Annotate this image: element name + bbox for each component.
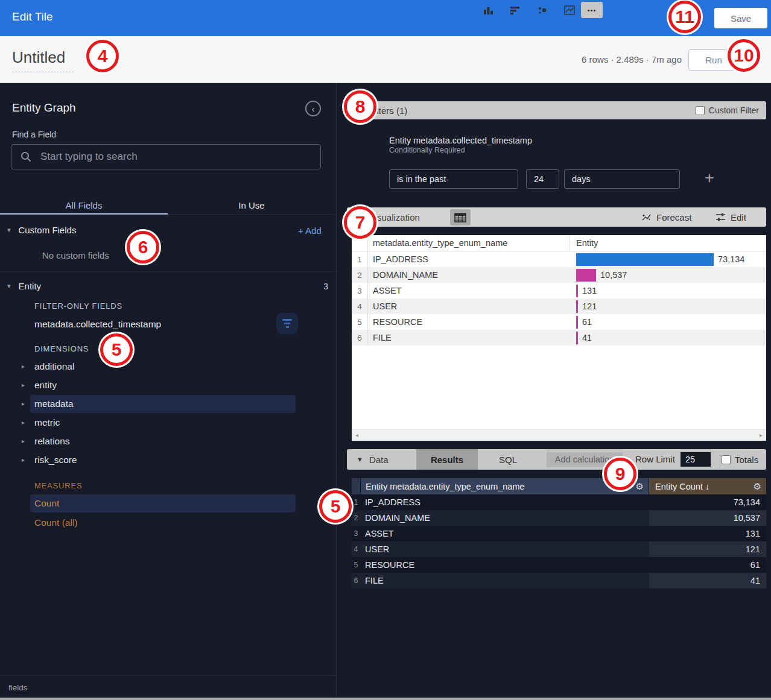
- value-bar: [576, 332, 578, 344]
- filter-only-fields-label: FILTER-ONLY FIELDS: [34, 301, 122, 311]
- visualization-bar-label: Visualization: [369, 212, 420, 222]
- row-limit-input[interactable]: [681, 452, 711, 467]
- chevron-right-icon: ▸: [22, 438, 25, 444]
- annotation-4: 4: [86, 40, 119, 72]
- dimension-group-additional[interactable]: ▸ additional: [0, 358, 336, 376]
- more-icon: •••: [588, 7, 597, 14]
- totals-checkbox[interactable]: [722, 455, 731, 464]
- annotation-6: 6: [127, 231, 159, 263]
- bottom-scrollbar-strip[interactable]: [0, 698, 771, 700]
- viz-type-more-button[interactable]: •••: [581, 2, 603, 18]
- tab-in-use[interactable]: In Use: [168, 195, 335, 215]
- tab-sql[interactable]: SQL: [490, 449, 526, 470]
- measure-count[interactable]: Count: [0, 494, 336, 512]
- value-bar: [576, 300, 578, 313]
- save-button[interactable]: Save: [714, 8, 767, 28]
- annotation-9: 9: [604, 458, 636, 490]
- viz-type-table-button[interactable]: [450, 209, 471, 225]
- table-row[interactable]: 2 DOMAIN_NAME 10,537: [352, 510, 766, 526]
- filter-condition-select[interactable]: is in the past: [389, 169, 518, 189]
- annotation-5a: 5: [100, 333, 133, 366]
- custom-filter-checkbox[interactable]: [696, 106, 705, 115]
- chevron-down-icon: ▾: [7, 282, 11, 290]
- dimensions-label: DIMENSIONS: [34, 344, 89, 353]
- horizontal-scrollbar[interactable]: ◂ ▸: [352, 429, 766, 441]
- dimension-group-metric[interactable]: ▸ metric: [0, 414, 336, 432]
- viz-col2-header[interactable]: Entity: [576, 238, 598, 248]
- filter-value-input[interactable]: 24: [526, 169, 559, 189]
- gear-icon[interactable]: ⚙: [754, 481, 761, 492]
- field-search[interactable]: [11, 144, 321, 169]
- results-col2-header[interactable]: Entity Count ↓ ⚙: [649, 478, 766, 494]
- table-chart-icon: [454, 213, 466, 222]
- annotation-5b: 5: [319, 490, 352, 523]
- entity-section-header[interactable]: ▾ Entity: [7, 281, 41, 291]
- edit-viz-button[interactable]: Edit: [715, 207, 746, 227]
- results-rownum-header: [352, 478, 360, 494]
- tab-results[interactable]: Results: [416, 449, 478, 470]
- table-row[interactable]: 4 USER 121: [352, 541, 766, 557]
- filters-bar[interactable]: ▼ Filters (1) Custom Filter: [347, 101, 766, 119]
- table-row[interactable]: 6 FILE 41: [352, 573, 766, 588]
- chevron-right-icon: ▸: [22, 400, 25, 407]
- page-title: Edit Tile: [12, 10, 53, 24]
- viz-row[interactable]: 4 USER 121: [352, 298, 766, 314]
- forecast-button[interactable]: Forecast: [641, 207, 691, 227]
- dimension-group-risk-score[interactable]: ▸ risk_score: [0, 451, 336, 470]
- chevron-right-icon: ▸: [22, 419, 25, 426]
- viz-col1-header[interactable]: metadata.entity_type_enum_name: [373, 238, 507, 248]
- visualization-bar[interactable]: ▼ Visualization: [347, 207, 766, 227]
- entity-field-count: 3: [319, 282, 328, 291]
- value-bar: [576, 285, 578, 297]
- scroll-left-arrow-icon[interactable]: ◂: [355, 432, 358, 438]
- custom-filter-label: Custom Filter: [709, 106, 759, 115]
- sidebar-footer-text: fields: [8, 683, 28, 692]
- dimension-group-relations[interactable]: ▸ relations: [0, 432, 336, 451]
- filter-field-note: Conditionally Required: [389, 146, 465, 154]
- table-row[interactable]: 3 ASSET 131: [352, 526, 766, 541]
- table-row[interactable]: 1 IP_ADDRESS 73,134: [352, 494, 766, 510]
- tile-title-field[interactable]: Untitled: [12, 48, 74, 72]
- search-input[interactable]: [39, 150, 301, 163]
- custom-filter-toggle[interactable]: Custom Filter: [696, 106, 759, 115]
- scatter-chart-icon: [537, 5, 548, 15]
- viz-table-header: metadata.entity_type_enum_name Entity: [352, 235, 766, 251]
- viz-row[interactable]: 1 IP_ADDRESS 73,134: [352, 251, 766, 267]
- entity-section-label: Entity: [19, 281, 42, 291]
- add-custom-field-button[interactable]: + Add: [298, 225, 322, 236]
- filter-only-field[interactable]: metadata.collected_timestamp: [34, 319, 161, 330]
- dimension-group-metadata[interactable]: ▸ metadata: [0, 395, 336, 414]
- edit-viz-label: Edit: [731, 212, 746, 222]
- data-bar-label[interactable]: Data: [369, 455, 389, 465]
- measure-count-all[interactable]: Count (all): [34, 517, 78, 528]
- viz-row[interactable]: 3 ASSET 131: [352, 283, 766, 298]
- filter-unit-select[interactable]: days: [564, 169, 680, 189]
- filter-toggle-button[interactable]: [276, 313, 298, 334]
- column-chart-icon: [483, 5, 493, 15]
- filter-icon: [282, 319, 292, 328]
- custom-fields-header[interactable]: ▾ Custom Fields: [7, 225, 76, 235]
- totals-toggle[interactable]: Totals: [722, 449, 758, 470]
- viz-row[interactable]: 5 RESOURCE 61: [352, 314, 766, 330]
- query-status: 6 rows · 2.489s · 7m ago: [531, 54, 682, 65]
- collapse-sidebar-button[interactable]: ‹: [305, 101, 321, 116]
- chevron-down-icon: ▼: [357, 456, 363, 463]
- viz-type-scatter-button[interactable]: [532, 2, 553, 18]
- viz-row[interactable]: 2 DOMAIN_NAME 10,537: [352, 267, 766, 283]
- scroll-right-arrow-icon[interactable]: ▸: [760, 432, 763, 438]
- chevron-right-icon: ▸: [22, 382, 25, 388]
- forecast-label: Forecast: [656, 212, 691, 222]
- viz-row[interactable]: 6 FILE 41: [352, 330, 766, 345]
- dimension-group-entity[interactable]: ▸ entity: [0, 376, 336, 395]
- annotation-8: 8: [344, 90, 376, 123]
- viz-type-column-button[interactable]: [478, 2, 498, 18]
- viz-type-bar-button[interactable]: [505, 2, 525, 18]
- viz-type-line-button[interactable]: [559, 2, 580, 18]
- active-tab-underline: [0, 213, 168, 215]
- value-bar: [576, 269, 596, 282]
- gear-icon[interactable]: ⚙: [636, 481, 644, 492]
- table-row[interactable]: 5 RESOURCE 61: [352, 557, 766, 573]
- measures-label: MEASURES: [34, 481, 82, 490]
- tab-all-fields[interactable]: All Fields: [0, 195, 168, 215]
- add-filter-button[interactable]: +: [705, 169, 714, 188]
